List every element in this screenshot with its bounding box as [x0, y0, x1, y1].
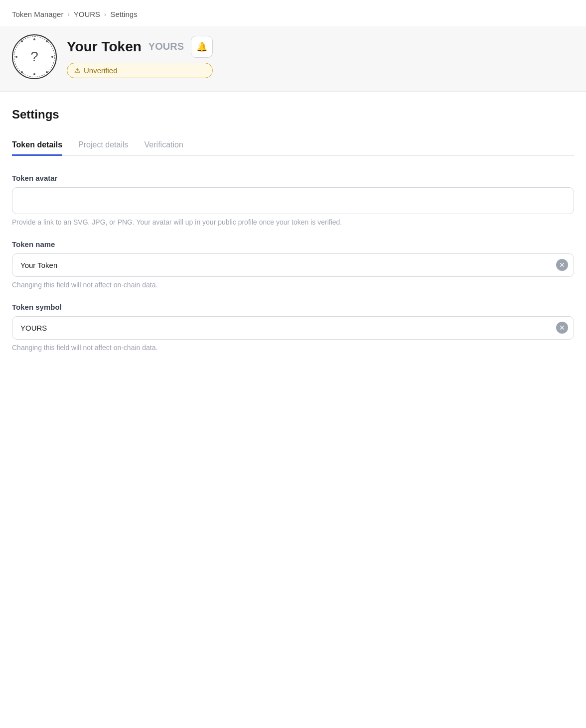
token-avatar-label: Token avatar	[12, 174, 574, 182]
token-title-row: Your Token YOURS 🔔	[67, 36, 213, 58]
token-symbol-input-wrapper: ✕	[12, 316, 574, 340]
breadcrumb: Token Manager › YOURS › Settings	[0, 0, 586, 26]
field-group-token-avatar: Token avatar Provide a link to an SVG, J…	[12, 174, 574, 226]
token-name-input[interactable]	[12, 253, 574, 277]
token-symbol-input[interactable]	[12, 316, 574, 340]
tab-project-details[interactable]: Project details	[78, 135, 129, 156]
tabs-container: Token details Project details Verificati…	[12, 135, 574, 156]
token-avatar-input[interactable]	[12, 187, 574, 214]
token-symbol-label: Token symbol	[12, 303, 574, 311]
breadcrumb-sep-1: ›	[67, 10, 69, 18]
breadcrumb-token-manager[interactable]: Token Manager	[12, 10, 63, 18]
tab-token-details[interactable]: Token details	[12, 135, 62, 156]
token-header: ? Your Token YOURS 🔔 ⚠ Unverified	[0, 26, 586, 92]
breadcrumb-yours[interactable]: YOURS	[74, 10, 100, 18]
field-group-token-symbol: Token symbol ✕ Changing this field will …	[12, 303, 574, 352]
warning-icon: ⚠	[74, 66, 81, 74]
token-name-heading: Your Token	[67, 39, 142, 55]
token-symbol-clear-button[interactable]: ✕	[556, 322, 568, 334]
question-mark-icon: ?	[30, 49, 38, 65]
token-name-clear-button[interactable]: ✕	[556, 259, 568, 271]
token-symbol-hint: Changing this field will not affect on-c…	[12, 344, 574, 352]
token-name-label: Token name	[12, 240, 574, 248]
settings-title: Settings	[12, 108, 574, 121]
unverified-badge[interactable]: ⚠ Unverified	[67, 63, 213, 78]
token-symbol-label: YOURS	[148, 41, 184, 52]
close-icon: ✕	[559, 324, 565, 332]
token-name-input-wrapper: ✕	[12, 253, 574, 277]
tab-verification[interactable]: Verification	[145, 135, 183, 156]
field-group-token-name: Token name ✕ Changing this field will no…	[12, 240, 574, 289]
bell-icon: 🔔	[196, 41, 207, 52]
token-avatar-hint: Provide a link to an SVG, JPG, or PNG. Y…	[12, 218, 574, 226]
bell-button[interactable]: 🔔	[191, 36, 213, 58]
token-avatar-icon: ?	[12, 34, 57, 79]
close-icon: ✕	[559, 261, 565, 269]
breadcrumb-settings: Settings	[110, 10, 137, 18]
unverified-label: Unverified	[84, 66, 118, 75]
breadcrumb-sep-2: ›	[104, 10, 106, 18]
token-info: Your Token YOURS 🔔 ⚠ Unverified	[67, 36, 213, 78]
main-content: Settings Token details Project details V…	[0, 92, 586, 381]
token-name-hint: Changing this field will not affect on-c…	[12, 281, 574, 289]
